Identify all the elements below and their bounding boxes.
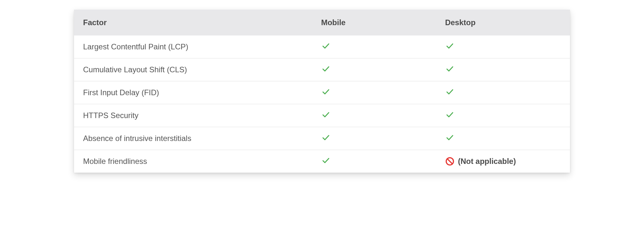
cell-desktop: (Not applicable) <box>436 150 570 173</box>
cell-factor: Cumulative Layout Shift (CLS) <box>74 58 312 81</box>
na-label: (Not applicable) <box>458 157 516 166</box>
na-cell: (Not applicable) <box>445 156 561 166</box>
table-header-row: Factor Mobile Desktop <box>74 10 570 35</box>
cell-desktop <box>436 58 570 81</box>
checkmark-icon <box>321 111 331 118</box>
checkmark-icon <box>445 65 455 73</box>
cell-desktop <box>436 35 570 58</box>
cell-desktop <box>436 81 570 104</box>
cell-factor: Mobile friendliness <box>74 150 312 173</box>
prohibit-icon <box>445 156 455 166</box>
factors-table: Factor Mobile Desktop Largest Contentful… <box>74 10 570 173</box>
checkmark-icon <box>321 134 331 141</box>
cell-factor: HTTPS Security <box>74 104 312 127</box>
table-row: First Input Delay (FID) <box>74 81 570 104</box>
table-row: Cumulative Layout Shift (CLS) <box>74 58 570 81</box>
checkmark-icon <box>321 88 331 96</box>
table-row: HTTPS Security <box>74 104 570 127</box>
table-row: Largest Contentful Paint (LCP) <box>74 35 570 58</box>
checkmark-icon <box>445 42 455 50</box>
header-mobile: Mobile <box>312 10 436 35</box>
cell-factor: Absence of intrusive interstitials <box>74 127 312 150</box>
svg-line-1 <box>447 159 452 164</box>
header-factor: Factor <box>74 10 312 35</box>
cell-desktop <box>436 104 570 127</box>
checkmark-icon <box>321 42 331 50</box>
cell-mobile <box>312 150 436 173</box>
checkmark-icon <box>321 65 331 73</box>
cell-mobile <box>312 58 436 81</box>
table-row: Absence of intrusive interstitials <box>74 127 570 150</box>
cell-mobile <box>312 127 436 150</box>
checkmark-icon <box>321 156 331 164</box>
checkmark-icon <box>445 111 455 118</box>
cell-mobile <box>312 81 436 104</box>
checkmark-icon <box>445 134 455 141</box>
cell-factor: First Input Delay (FID) <box>74 81 312 104</box>
cell-factor: Largest Contentful Paint (LCP) <box>74 35 312 58</box>
cell-mobile <box>312 35 436 58</box>
header-desktop: Desktop <box>436 10 570 35</box>
cell-desktop <box>436 127 570 150</box>
factors-table-container: Factor Mobile Desktop Largest Contentful… <box>74 10 570 173</box>
cell-mobile <box>312 104 436 127</box>
checkmark-icon <box>445 88 455 96</box>
table-row: Mobile friendliness(Not applicable) <box>74 150 570 173</box>
